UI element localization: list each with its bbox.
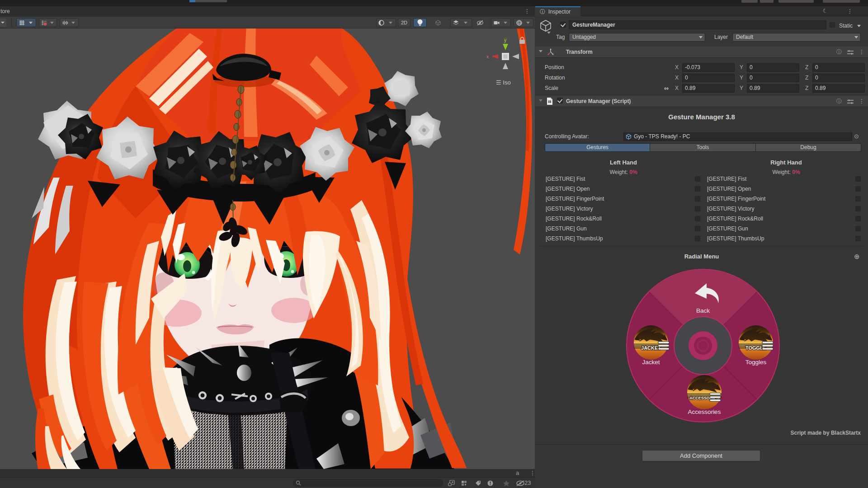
svg-text:☰ Iso: ☰ Iso [496, 79, 511, 86]
svg-text:Toggles: Toggles [745, 359, 767, 366]
svg-text:x: x [486, 54, 489, 59]
svg-text:Back: Back [696, 307, 710, 314]
svg-text:Accessories: Accessories [688, 408, 721, 415]
svg-text:Jacket: Jacket [642, 359, 660, 366]
svg-text:y: y [504, 38, 506, 43]
